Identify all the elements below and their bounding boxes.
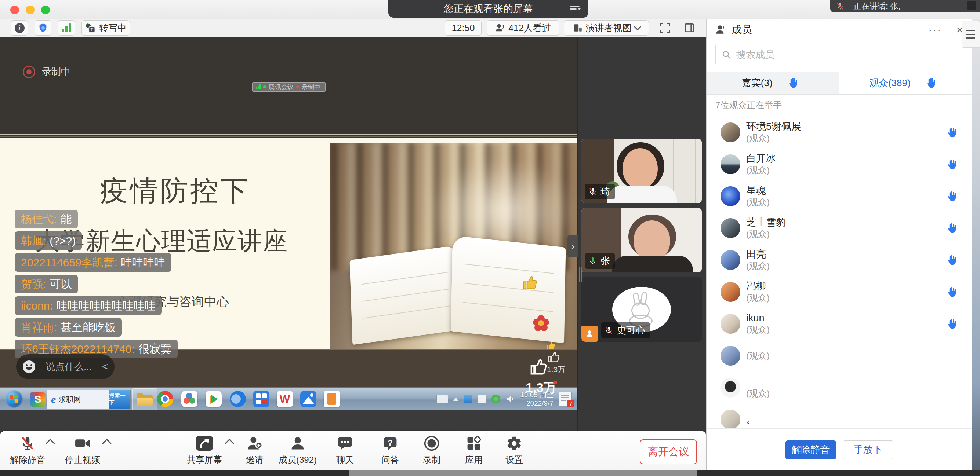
chat-message: 杨佳弋: 能 <box>15 210 78 228</box>
member-row[interactable]: 冯柳 (观众) <box>706 276 972 308</box>
fullscreen-button[interactable] <box>655 20 675 36</box>
raised-hands-note: 7位观众正在举手 <box>706 95 972 116</box>
mic-muted-icon <box>20 436 35 451</box>
member-row[interactable]: 白开冰 (观众) <box>706 148 972 180</box>
like-count: 1.3万 <box>526 379 557 397</box>
member-row[interactable]: (观众) <box>706 340 972 371</box>
member-row[interactable]: 星魂 (观众) <box>706 180 972 212</box>
like-cluster[interactable]: 1.3万 1.3万 <box>521 340 580 395</box>
signal-bars-icon <box>62 24 71 32</box>
members-dock-button[interactable]: 成员(392) <box>270 435 325 466</box>
chat-message: 2022114659李凯蕾: 哇哇哇哇 <box>15 253 172 272</box>
layout-icon <box>573 23 582 33</box>
mic-muted-icon <box>836 2 844 10</box>
member-role: (观众) <box>746 196 770 208</box>
unmute-dock-button[interactable]: 解除静音 <box>0 435 55 466</box>
meeting-time-button[interactable]: 12:50 <box>445 20 482 36</box>
member-search-box[interactable] <box>715 44 964 65</box>
meeting-info-button[interactable]: i <box>11 20 28 36</box>
video-tile-zhang[interactable]: 张 <box>581 208 702 273</box>
fullscreen-icon <box>659 22 671 34</box>
raised-hand-icon <box>946 286 958 298</box>
member-row[interactable]: 田亮 (观众) <box>706 244 972 276</box>
avatar <box>721 378 740 398</box>
network-quality-button[interactable] <box>58 20 75 36</box>
video-tile-qi[interactable]: 琦 <box>581 139 702 203</box>
member-search-input[interactable] <box>735 49 957 61</box>
raised-hand-icon <box>946 190 958 202</box>
leave-meeting-button[interactable]: 离开会议 <box>640 440 697 464</box>
chat-text: 哇哇哇哇 <box>121 255 165 269</box>
chat-sender: 肖祥雨: <box>21 321 57 334</box>
side-panel-toggle-button[interactable] <box>680 20 699 36</box>
member-role: (观众) <box>746 228 786 240</box>
chat-sender: 环6王钰杰2022114740: <box>21 342 135 356</box>
members-panel-title: 成员 <box>732 23 752 36</box>
floating-recording-bar: 腾讯会议 录制中 <box>252 82 326 92</box>
chat-text: 甚至能吃饭 <box>60 321 116 334</box>
member-name: 星魂 <box>746 185 770 196</box>
sidebar-menu-button[interactable] <box>962 21 980 48</box>
avatar <box>721 282 740 302</box>
explorer-button <box>132 388 157 410</box>
avatar <box>721 314 740 334</box>
member-name: 环境5谢佩展 <box>746 121 801 132</box>
member-row[interactable]: 。 <box>706 403 972 428</box>
member-row[interactable]: 环境5谢佩展 (观众) <box>706 116 972 148</box>
member-row[interactable]: 芝士雪豹 (观众) <box>706 212 972 244</box>
chrome-icon <box>157 391 173 407</box>
gear-icon <box>506 435 522 451</box>
browser-swirl-icon <box>230 391 246 407</box>
share-screen-dock-button[interactable]: 共享屏幕 <box>177 435 232 466</box>
chevron-down-icon <box>634 23 641 30</box>
panel-icon <box>683 22 695 34</box>
emoji-icon[interactable] <box>23 360 35 373</box>
tab-audience[interactable]: 观众(389) <box>839 71 972 94</box>
chat-text: 可以 <box>49 277 72 291</box>
qa-icon: ? <box>382 435 398 451</box>
more-options-icon[interactable]: ··· <box>928 24 942 36</box>
participant-name: 张 <box>600 254 610 267</box>
stop-video-dock-button[interactable]: 停止视频 <box>55 435 110 466</box>
member-role: (观众) <box>746 132 801 144</box>
collapse-videos-button[interactable]: › <box>568 235 579 257</box>
viewers-icon <box>495 23 505 33</box>
tencent-meeting-window: 您正在观看张的屏幕 正在讲话: 张, i <box>0 0 980 476</box>
video-tile-shikexin[interactable]: 史可心 <box>581 277 702 342</box>
banner-menu-icon[interactable] <box>570 5 581 13</box>
member-row[interactable]: _ (观众) <box>706 371 972 403</box>
chat-input-placeholder[interactable]: 说点什么... <box>46 360 92 373</box>
recording-label: 录制中 <box>42 65 70 78</box>
camera-icon <box>74 436 91 451</box>
taskbar-search-text: 求职网 <box>59 395 109 405</box>
reaction-icon[interactable] <box>967 1 976 10</box>
lower-hand-button[interactable]: 手放下 <box>843 440 893 460</box>
tray-app-icon <box>464 395 473 403</box>
collapse-chat-icon[interactable]: < <box>102 361 108 373</box>
member-row[interactable]: ikun (观众) <box>706 308 972 340</box>
slide-border-line <box>0 134 577 135</box>
taskbar-search-button: 搜索一下 <box>109 390 130 409</box>
settings-dock-button[interactable]: 设置 <box>487 435 542 466</box>
notification-dot <box>554 381 557 384</box>
security-button[interactable] <box>35 20 51 36</box>
column-resize-handle[interactable] <box>579 267 582 282</box>
mic-muted-icon <box>605 326 613 335</box>
chat-input-pill[interactable]: 说点什么... < <box>16 354 115 379</box>
member-name: 田亮 <box>746 249 770 260</box>
viewer-count-button[interactable]: 412人看过 <box>487 20 559 36</box>
transcription-button[interactable]: T 转写中 <box>81 20 130 36</box>
minimize-traffic-light[interactable] <box>26 5 35 14</box>
view-mode-dropdown[interactable]: 演讲者视图 <box>564 20 649 36</box>
zoom-traffic-light[interactable] <box>41 5 50 14</box>
member-role: (观众) <box>746 350 770 361</box>
like-button-icon[interactable] <box>528 357 547 377</box>
close-traffic-light[interactable] <box>10 5 19 14</box>
chat-text: 很寂寞 <box>138 342 172 356</box>
chat-message: iiconn: 哇哇哇哇哇哇哇哇哇 <box>15 296 162 315</box>
unmute-button[interactable]: 解除静音 <box>786 440 836 460</box>
tab-guests[interactable]: 嘉宾(3) <box>706 71 839 94</box>
member-name: 。 <box>746 414 756 425</box>
raised-hand-icon <box>787 77 799 89</box>
chat-message: 肖祥雨: 甚至能吃饭 <box>15 318 122 336</box>
